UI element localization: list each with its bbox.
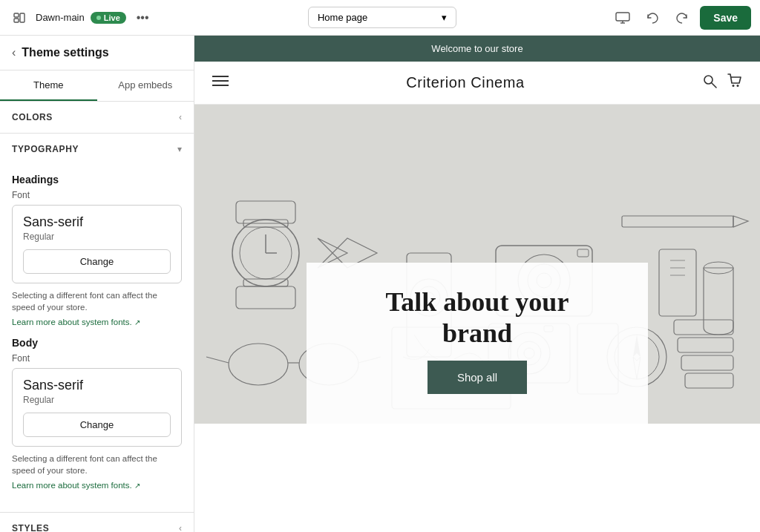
- body-font-style: Regular: [23, 395, 171, 405]
- body-font-note: Selecting a different font can affect th…: [12, 453, 182, 476]
- svg-point-11: [733, 85, 735, 87]
- desktop-preview-button[interactable]: [611, 6, 635, 30]
- svg-rect-3: [616, 13, 629, 21]
- typography-section: TYPOGRAPHY ▾ Headings Font Sans-serif Re…: [0, 134, 194, 513]
- undo-button[interactable]: [641, 6, 664, 30]
- more-options-button[interactable]: •••: [132, 8, 154, 27]
- colors-section-header[interactable]: COLORS ‹: [0, 102, 194, 133]
- external-link-icon-2: ↗: [134, 482, 140, 490]
- headings-font-link[interactable]: Learn more about system fonts. ↗: [12, 318, 182, 326]
- body-font-link[interactable]: Learn more about system fonts. ↗: [12, 481, 182, 490]
- live-label: Live: [104, 13, 120, 22]
- svg-rect-2: [20, 13, 24, 22]
- headings-change-button[interactable]: Change: [23, 249, 171, 274]
- headings-font-label: Font: [12, 190, 182, 200]
- sidebar-header: ‹ Theme settings: [0, 36, 194, 70]
- save-button[interactable]: Save: [700, 6, 751, 30]
- hamburger-icon[interactable]: [212, 75, 229, 91]
- store-header: Criterion Cinema: [194, 62, 760, 105]
- svg-rect-1: [14, 19, 19, 22]
- hero-area: Talk about your brand Shop all: [194, 105, 760, 424]
- page-selector-dropdown[interactable]: Home page ▾: [308, 7, 456, 28]
- body-title: Body: [12, 337, 182, 349]
- topbar-right: Save: [611, 6, 751, 30]
- typography-section-title: TYPOGRAPHY: [12, 144, 79, 154]
- cart-icon[interactable]: [727, 73, 742, 92]
- body-font-link-text: Learn more about system fonts.: [12, 481, 132, 490]
- styles-section: STYLES ‹: [0, 513, 194, 532]
- main-layout: ‹ Theme settings Theme App embeds COLORS…: [0, 36, 760, 532]
- headings-font-name: Sans-serif: [23, 214, 171, 230]
- store-name-label: Dawn-main: [36, 12, 85, 23]
- body-font-label: Font: [12, 353, 182, 364]
- brand-overlay: Talk about your brand Shop all: [307, 263, 648, 424]
- svg-rect-0: [14, 13, 19, 17]
- store-logo: Criterion Cinema: [406, 74, 525, 91]
- body-font-name: Sans-serif: [23, 378, 171, 393]
- typography-content: Headings Font Sans-serif Regular Change …: [0, 174, 194, 512]
- topbar: Dawn-main Live ••• Home page ▾: [0, 0, 760, 36]
- headings-font-link-text: Learn more about system fonts.: [12, 318, 132, 326]
- chevron-down-icon: ▾: [442, 12, 447, 23]
- back-arrow-icon[interactable]: ‹: [12, 46, 16, 59]
- tab-app-embeds[interactable]: App embeds: [97, 70, 194, 101]
- svg-point-9: [704, 76, 712, 84]
- colors-section: COLORS ‹: [0, 102, 194, 134]
- banner-text: Welcome to our store: [431, 43, 522, 54]
- preview-area: Welcome to our store Criterion Cinema: [194, 36, 760, 532]
- store-banner: Welcome to our store: [194, 36, 760, 62]
- colors-section-title: COLORS: [12, 112, 53, 122]
- brand-title: Talk about your brand: [351, 286, 603, 349]
- tab-theme[interactable]: Theme: [0, 70, 97, 101]
- live-badge: Live: [91, 12, 126, 24]
- headings-font-style: Regular: [23, 231, 171, 242]
- body-subsection: Body Font Sans-serif Regular Change Sele…: [12, 337, 182, 490]
- styles-section-title: STYLES: [12, 523, 49, 532]
- styles-arrow-icon: ‹: [179, 523, 182, 532]
- headings-font-note: Selecting a different font can affect th…: [12, 289, 182, 313]
- store-icons: [702, 73, 742, 92]
- body-change-button[interactable]: Change: [23, 413, 171, 437]
- shop-all-button[interactable]: Shop all: [428, 361, 527, 394]
- search-icon[interactable]: [702, 73, 717, 92]
- live-dot: [96, 16, 101, 20]
- sidebar-tabs: Theme App embeds: [0, 70, 194, 102]
- body-font-box: Sans-serif Regular Change: [12, 368, 182, 447]
- topbar-center: Home page ▾: [161, 7, 604, 28]
- redo-button[interactable]: [670, 6, 694, 30]
- svg-line-10: [712, 83, 716, 88]
- sidebar: ‹ Theme settings Theme App embeds COLORS…: [0, 36, 194, 532]
- typography-section-header[interactable]: TYPOGRAPHY ▾: [0, 134, 194, 165]
- typography-arrow-icon: ▾: [177, 144, 182, 154]
- topbar-left: Dawn-main Live •••: [9, 7, 154, 28]
- styles-section-header[interactable]: STYLES ‹: [0, 513, 194, 532]
- svg-point-12: [737, 85, 739, 87]
- headings-font-box: Sans-serif Regular Change: [12, 205, 182, 283]
- headings-title: Headings: [12, 174, 182, 185]
- colors-arrow-icon: ‹: [179, 112, 182, 122]
- sidebar-title: Theme settings: [22, 46, 108, 59]
- back-to-admin-icon[interactable]: [9, 7, 30, 28]
- preview-inner: Welcome to our store Criterion Cinema: [194, 36, 760, 532]
- headings-subsection: Headings Font Sans-serif Regular Change …: [12, 174, 182, 326]
- page-selector-label: Home page: [318, 12, 367, 23]
- external-link-icon: ↗: [134, 318, 140, 326]
